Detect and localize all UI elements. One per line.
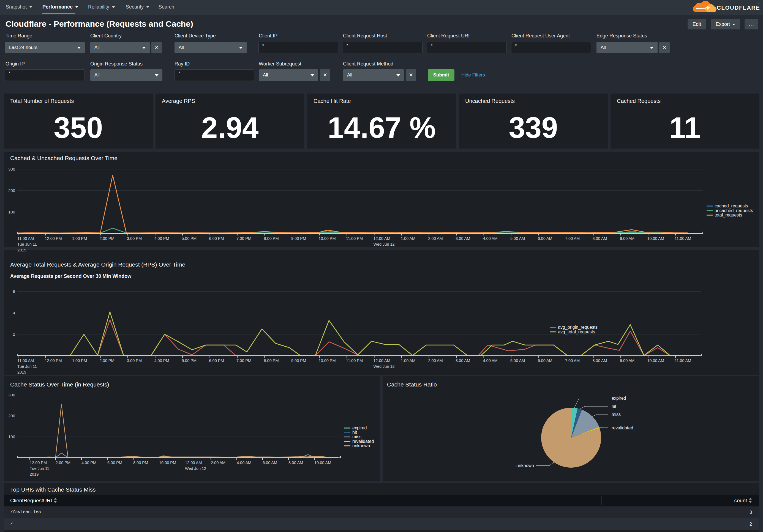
svg-text:CLOUDFLARE: CLOUDFLARE	[717, 4, 760, 11]
